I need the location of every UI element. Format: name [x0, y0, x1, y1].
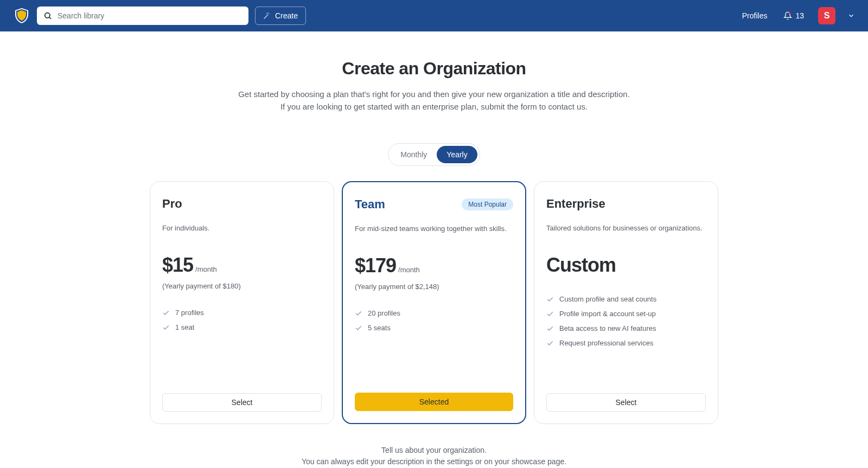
page-description: Get started by choosing a plan that's ri… — [146, 88, 722, 113]
main-content: Create an Organization Get started by ch… — [136, 31, 732, 468]
plan-features: 20 profiles 5 seats — [355, 306, 513, 335]
plan-features: Custom profile and seat counts Profile i… — [546, 292, 706, 350]
plan-price-note: (Yearly payment of $180) — [162, 282, 322, 290]
search-wrapper — [37, 7, 248, 25]
plan-price-note: (Yearly payment of $2,148) — [355, 283, 513, 291]
bell-icon — [783, 11, 792, 20]
plan-desc: For individuals. — [162, 224, 322, 232]
profiles-link[interactable]: Profiles — [742, 11, 768, 20]
check-icon — [355, 324, 362, 332]
plan-price-row: $179 /month — [355, 254, 513, 277]
pricing-cards: Pro For individuals. $15 /month (Yearly … — [146, 181, 722, 424]
toggle-monthly[interactable]: Monthly — [391, 146, 437, 163]
create-button[interactable]: Create — [255, 7, 306, 25]
most-popular-badge: Most Popular — [462, 198, 513, 210]
plan-features: 7 profiles 1 seat — [162, 305, 322, 335]
plan-card-enterprise: Enterprise Tailored solutions for busine… — [534, 181, 718, 424]
plan-price: $179 — [355, 254, 396, 277]
plan-price-row: $15 /month — [162, 254, 322, 277]
plan-price-unit: /month — [398, 266, 420, 274]
notifications[interactable]: 13 — [783, 11, 804, 20]
plan-price-custom: Custom — [546, 254, 706, 277]
feature-item: 5 seats — [355, 320, 513, 335]
plan-price-unit: /month — [195, 265, 217, 273]
feature-item: Custom profile and seat counts — [546, 292, 706, 306]
plan-card-pro: Pro For individuals. $15 /month (Yearly … — [150, 181, 334, 424]
app-header: Create Profiles 13 S — [0, 0, 868, 31]
plan-card-team: Team Most Popular For mid-sized teams wo… — [342, 181, 526, 424]
check-icon — [355, 310, 362, 317]
svg-point-0 — [45, 13, 50, 18]
plan-price: $15 — [162, 254, 193, 277]
select-plan-button[interactable]: Select — [546, 393, 706, 412]
plan-name: Team — [355, 197, 385, 211]
check-icon — [546, 325, 554, 332]
search-input[interactable] — [37, 7, 248, 25]
wand-icon — [263, 12, 271, 20]
app-logo — [13, 7, 30, 24]
feature-item: 1 seat — [162, 320, 322, 335]
notification-count: 13 — [795, 11, 804, 20]
plan-desc: For mid-sized teams working together wit… — [355, 225, 513, 233]
plan-desc: Tailored solutions for businesses or org… — [546, 224, 706, 232]
check-icon — [546, 310, 554, 318]
feature-item: Request professional services — [546, 336, 706, 350]
user-avatar[interactable]: S — [818, 7, 835, 24]
selected-plan-button[interactable]: Selected — [355, 393, 513, 411]
plan-name: Enterprise — [546, 197, 605, 211]
select-plan-button[interactable]: Select — [162, 393, 322, 412]
chevron-down-icon[interactable] — [847, 12, 855, 20]
feature-item: Beta access to new AI features — [546, 321, 706, 336]
check-icon — [546, 339, 554, 347]
create-button-label: Create — [275, 11, 298, 20]
check-icon — [546, 296, 554, 303]
feature-item: Profile import & account set-up — [546, 306, 706, 321]
svg-point-2 — [789, 12, 791, 14]
toggle-yearly[interactable]: Yearly — [437, 146, 477, 163]
feature-item: 20 profiles — [355, 306, 513, 320]
page-title: Create an Organization — [146, 59, 722, 79]
bottom-text: Tell us about your organization. You can… — [146, 445, 722, 467]
billing-toggle: Monthly Yearly — [388, 143, 480, 166]
check-icon — [162, 324, 170, 331]
check-icon — [162, 309, 170, 317]
svg-line-1 — [49, 17, 51, 19]
search-icon — [43, 11, 52, 20]
plan-name: Pro — [162, 197, 182, 211]
feature-item: 7 profiles — [162, 305, 322, 320]
